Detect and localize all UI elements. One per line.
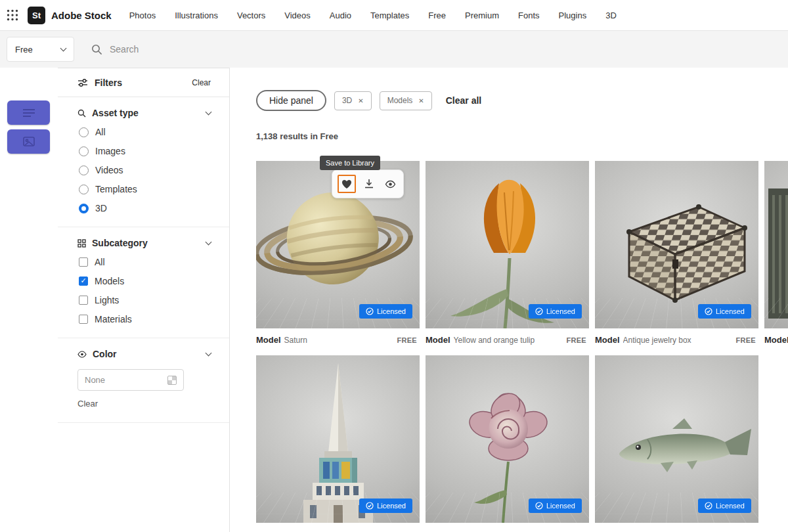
licensed-label: Licensed bbox=[377, 307, 406, 315]
primary-nav: Photos Illustrations Vectors Videos Audi… bbox=[129, 11, 617, 20]
chevron-down-icon bbox=[206, 109, 212, 116]
asset-type-option-templates[interactable]: Templates bbox=[79, 184, 211, 194]
card-caption: Model bbox=[764, 335, 788, 345]
filter-chip-models[interactable]: Models ✕ bbox=[380, 91, 432, 110]
nav-item-free[interactable]: Free bbox=[428, 11, 446, 20]
results-toolbar: Hide panel 3D ✕ Models ✕ Clear all bbox=[256, 90, 788, 111]
licensed-badge: Licensed bbox=[698, 304, 751, 319]
asset-thumbnail[interactable]: Licensed bbox=[256, 355, 420, 523]
option-label: Models bbox=[95, 276, 124, 286]
search-category-dropdown[interactable]: Free bbox=[7, 37, 74, 62]
image-icon bbox=[23, 137, 35, 146]
check-circle-icon bbox=[366, 502, 374, 510]
color-input[interactable]: None bbox=[77, 369, 184, 391]
remove-chip-icon[interactable]: ✕ bbox=[358, 97, 363, 104]
card-price: FREE bbox=[735, 336, 756, 344]
asset-thumbnail[interactable]: Licensed bbox=[595, 355, 758, 523]
subcategory-header[interactable]: Subcategory bbox=[77, 238, 211, 248]
color-title: Color bbox=[93, 349, 117, 359]
check-circle-icon bbox=[366, 307, 374, 315]
color-header[interactable]: Color bbox=[77, 349, 211, 359]
sliders-icon bbox=[77, 78, 88, 88]
asset-thumbnail[interactable]: Licensed bbox=[426, 355, 589, 523]
card-title[interactable]: Antique jewelry box bbox=[623, 336, 733, 345]
search-field bbox=[74, 44, 781, 55]
search-input[interactable] bbox=[110, 44, 504, 55]
asset-card-rose: Licensed bbox=[426, 355, 589, 523]
lines-icon bbox=[22, 108, 35, 118]
asset-card-tower: Licensed bbox=[256, 355, 420, 523]
asset-type-header[interactable]: Asset type bbox=[77, 108, 211, 118]
asset-type-title: Asset type bbox=[92, 108, 139, 118]
grid-icon bbox=[77, 239, 86, 248]
option-label: Materials bbox=[95, 314, 132, 324]
subcategory-section: Subcategory All Models Lights Materials bbox=[58, 227, 229, 338]
nav-item-3d[interactable]: 3D bbox=[605, 11, 617, 20]
card-hover-toolbar bbox=[332, 169, 404, 198]
nav-item-templates[interactable]: Templates bbox=[370, 11, 409, 20]
card-title[interactable]: Saturn bbox=[284, 336, 394, 345]
save-to-library-button[interactable] bbox=[338, 175, 356, 193]
color-clear-link[interactable]: Clear bbox=[77, 399, 98, 409]
chevron-down-icon bbox=[206, 350, 212, 357]
card-type: Model bbox=[764, 335, 788, 345]
download-button[interactable] bbox=[361, 176, 377, 192]
asset-thumbnail[interactable]: Licensed bbox=[426, 161, 589, 328]
licensed-label: Licensed bbox=[716, 307, 745, 315]
nav-item-photos[interactable]: Photos bbox=[129, 11, 156, 20]
nav-item-audio[interactable]: Audio bbox=[330, 11, 351, 20]
subcategory-option-all[interactable]: All bbox=[79, 257, 211, 267]
search-category-value: Free bbox=[15, 45, 33, 55]
checkbox-unchecked bbox=[79, 257, 88, 267]
hide-panel-button[interactable]: Hide panel bbox=[256, 90, 326, 111]
quick-access-button-bottom[interactable] bbox=[7, 129, 50, 154]
apps-grid-icon[interactable] bbox=[7, 9, 18, 21]
check-circle-icon bbox=[535, 307, 543, 315]
nav-item-illustrations[interactable]: Illustrations bbox=[175, 11, 218, 20]
card-type: Model bbox=[256, 335, 281, 345]
adobe-stock-logo[interactable]: St Adobe Stock bbox=[28, 7, 112, 24]
option-label: 3D bbox=[95, 203, 107, 213]
clear-all-link[interactable]: Clear all bbox=[446, 95, 481, 106]
remove-chip-icon[interactable]: ✕ bbox=[418, 97, 424, 104]
asset-type-option-3d[interactable]: 3D bbox=[79, 203, 211, 213]
search-icon bbox=[91, 44, 102, 55]
filter-chip-3d[interactable]: 3D ✕ bbox=[334, 91, 372, 110]
subcategory-title: Subcategory bbox=[92, 238, 148, 248]
download-icon bbox=[364, 179, 374, 189]
subcategory-option-models[interactable]: Models bbox=[79, 276, 211, 286]
asset-thumbnail[interactable] bbox=[764, 161, 788, 328]
results-row-2: Licensed bbox=[256, 355, 788, 523]
licensed-badge: Licensed bbox=[359, 499, 412, 513]
card-title[interactable]: Yellow and orange tulip bbox=[454, 336, 563, 345]
nav-item-vectors[interactable]: Vectors bbox=[237, 11, 265, 20]
card-type: Model bbox=[426, 335, 450, 345]
quick-access-button-top[interactable] bbox=[7, 100, 50, 125]
radio-unselected bbox=[79, 146, 89, 156]
preview-button[interactable] bbox=[382, 176, 398, 192]
color-value: None bbox=[85, 375, 105, 385]
grid-floor bbox=[764, 298, 788, 328]
licensed-badge: Licensed bbox=[359, 304, 412, 319]
option-label: Lights bbox=[95, 295, 119, 305]
color-section: Color None Clear bbox=[58, 338, 229, 423]
nav-item-plugins[interactable]: Plugins bbox=[559, 11, 587, 20]
asset-type-option-videos[interactable]: Videos bbox=[79, 165, 211, 175]
subcategory-option-materials[interactable]: Materials bbox=[79, 314, 211, 324]
licensed-label: Licensed bbox=[546, 502, 575, 510]
asset-type-option-images[interactable]: Images bbox=[79, 146, 211, 156]
filters-clear-link[interactable]: Clear bbox=[192, 78, 211, 87]
eye-icon bbox=[77, 351, 87, 358]
card-price: FREE bbox=[397, 336, 417, 344]
nav-item-videos[interactable]: Videos bbox=[284, 11, 311, 20]
nav-item-fonts[interactable]: Fonts bbox=[518, 11, 540, 20]
subcategory-option-lights[interactable]: Lights bbox=[79, 295, 211, 305]
radio-unselected bbox=[79, 127, 89, 137]
chevron-down-icon bbox=[206, 239, 212, 246]
asset-type-option-all[interactable]: All bbox=[79, 127, 211, 137]
card-caption: Model Saturn FREE bbox=[256, 335, 420, 345]
top-nav: St Adobe Stock Photos Illustrations Vect… bbox=[0, 0, 788, 31]
nav-item-premium[interactable]: Premium bbox=[465, 11, 499, 20]
asset-thumbnail[interactable]: Licensed bbox=[595, 161, 758, 328]
card-price: FREE bbox=[566, 336, 586, 344]
